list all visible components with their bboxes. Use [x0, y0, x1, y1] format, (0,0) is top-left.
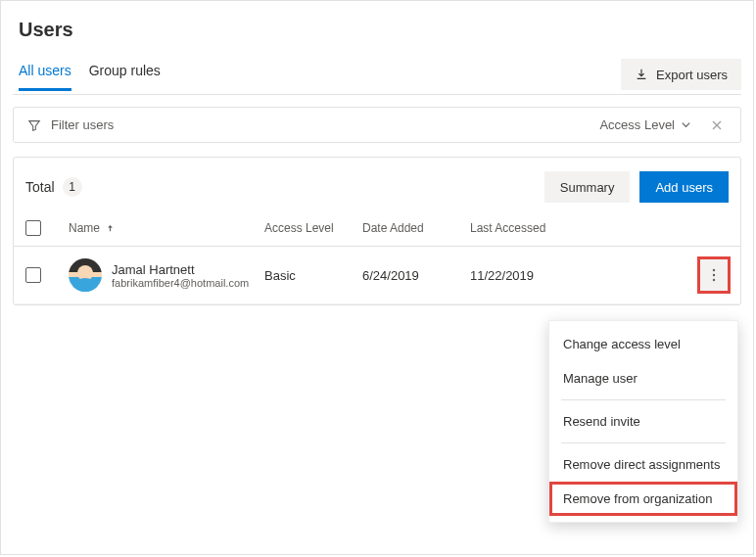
more-actions-button[interactable]	[699, 258, 729, 292]
add-users-button[interactable]: Add users	[639, 171, 729, 203]
column-last-accessed[interactable]: Last Accessed	[470, 221, 588, 235]
menu-remove-from-org[interactable]: Remove from organization	[549, 482, 737, 516]
tabs: All users Group rules	[19, 63, 161, 90]
access-level-dropdown[interactable]: Access Level	[599, 117, 691, 132]
avatar	[69, 258, 102, 292]
summary-row: Total 1 Summary Add users	[14, 158, 740, 214]
users-page: Users All users Group rules Export users…	[0, 0, 754, 555]
svg-point-2	[713, 279, 715, 281]
filter-input[interactable]: Filter users	[51, 117, 114, 132]
menu-separator	[561, 399, 726, 400]
column-access-level[interactable]: Access Level	[264, 221, 362, 235]
menu-manage-user[interactable]: Manage user	[549, 361, 737, 395]
user-name: Jamal Hartnett	[112, 262, 249, 277]
sort-up-icon	[106, 224, 115, 233]
more-vertical-icon	[707, 267, 721, 283]
close-icon[interactable]	[707, 119, 727, 131]
table-row: Jamal Hartnett fabrikamfiber4@hotmail.co…	[14, 247, 740, 304]
total-label: Total	[25, 179, 55, 195]
cell-date-added: 6/24/2019	[362, 268, 470, 283]
menu-resend-invite[interactable]: Resend invite	[549, 404, 737, 439]
column-name[interactable]: Name	[69, 221, 264, 235]
menu-remove-direct[interactable]: Remove direct assignments	[549, 447, 737, 482]
row-checkbox[interactable]	[25, 267, 41, 283]
summary-button[interactable]: Summary	[544, 171, 631, 203]
filter-icon	[27, 118, 41, 132]
column-name-label: Name	[69, 221, 100, 235]
menu-change-access[interactable]: Change access level	[549, 327, 737, 361]
users-card: Total 1 Summary Add users Name Access Le…	[13, 157, 741, 305]
chevron-down-icon	[681, 119, 691, 130]
select-all-checkbox[interactable]	[25, 220, 41, 236]
column-date-added[interactable]: Date Added	[362, 221, 470, 235]
menu-separator	[561, 442, 726, 443]
svg-point-0	[713, 269, 715, 271]
user-email: fabrikamfiber4@hotmail.com	[112, 277, 249, 289]
cell-last-accessed: 11/22/2019	[470, 268, 588, 283]
tabs-row: All users Group rules Export users	[13, 59, 741, 95]
cell-access-level: Basic	[264, 268, 362, 283]
download-icon	[635, 68, 648, 81]
access-level-label: Access Level	[599, 117, 675, 132]
page-title: Users	[19, 19, 741, 41]
tab-all-users[interactable]: All users	[19, 63, 71, 91]
total-count-badge: 1	[63, 177, 82, 197]
export-users-label: Export users	[656, 68, 728, 82]
table-header: Name Access Level Date Added Last Access…	[14, 214, 740, 247]
export-users-button[interactable]: Export users	[621, 59, 741, 90]
tab-group-rules[interactable]: Group rules	[89, 63, 161, 91]
context-menu: Change access level Manage user Resend i…	[548, 320, 738, 523]
filter-bar: Filter users Access Level	[13, 107, 741, 143]
user-cell[interactable]: Jamal Hartnett fabrikamfiber4@hotmail.co…	[69, 258, 264, 292]
svg-point-1	[713, 274, 715, 276]
